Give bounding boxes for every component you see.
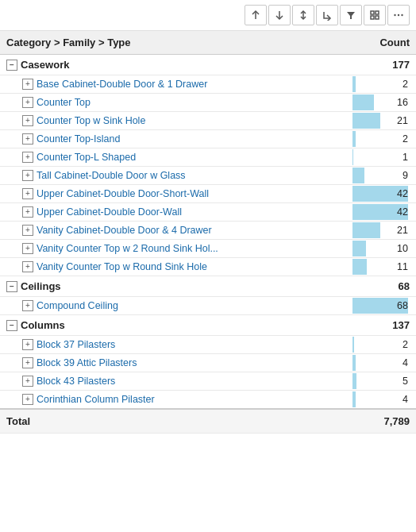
table-row[interactable]: + Tall Cabinet-Double Door w Glass 9	[0, 167, 416, 185]
table-row[interactable]: + Vanity Counter Top w 2 Round Sink Hol.…	[0, 240, 416, 258]
item-name: Counter Top w Sink Hole	[37, 115, 145, 126]
item-name: Counter Top	[37, 97, 91, 108]
expand-icon[interactable]: +	[22, 115, 33, 126]
svg-rect-3	[376, 11, 379, 14]
item-count: 4	[403, 357, 411, 368]
table-row[interactable]: + Vanity Counter Top w Round Sink Hole 1…	[0, 258, 416, 276]
item-count: 2	[403, 133, 411, 145]
app-container: Category > Family > Type Count − Casewor…	[0, 0, 416, 526]
expand-icon[interactable]: +	[22, 188, 33, 199]
count-column-header: Count	[352, 31, 416, 55]
expand-icon[interactable]: +	[22, 79, 33, 90]
table-row[interactable]: + Upper Cabinet-Double Door-Short-Wall 4…	[0, 185, 416, 203]
category-name: Columns	[21, 319, 65, 331]
item-count-cell: 21	[352, 112, 416, 130]
category-row[interactable]: − Ceilings 68	[0, 276, 416, 297]
expand-icon[interactable]: +	[22, 376, 33, 387]
item-count: 2	[403, 339, 411, 350]
item-name: Block 39 Attic Pilasters	[37, 357, 137, 368]
item-count: 10	[397, 243, 411, 254]
collapse-icon[interactable]: −	[6, 60, 17, 71]
category-count: 68	[352, 276, 416, 297]
item-count-cell: 2	[352, 130, 416, 148]
expand-icon[interactable]: +	[22, 170, 33, 181]
total-row: Total 7,789	[0, 409, 416, 434]
expand-icon[interactable]: +	[22, 300, 33, 311]
item-name: Vanity Counter Top w 2 Round Sink Hol...	[37, 243, 218, 254]
sort-indent-button[interactable]	[316, 5, 338, 25]
view-toggle-button[interactable]	[364, 5, 386, 25]
item-count-cell: 68	[352, 297, 416, 315]
item-name: Counter Top-Island	[37, 133, 120, 145]
svg-point-8	[401, 14, 403, 16]
svg-marker-1	[347, 12, 355, 19]
item-name: Compound Ceiling	[37, 300, 118, 311]
item-count-cell: 4	[352, 391, 416, 410]
item-count-cell: 10	[352, 240, 416, 258]
collapse-icon[interactable]: −	[6, 281, 17, 292]
more-options-button[interactable]	[387, 5, 410, 25]
svg-rect-4	[371, 16, 374, 19]
item-name: Counter Top-L Shaped	[37, 152, 136, 163]
item-count: 4	[403, 394, 411, 405]
expand-icon[interactable]: +	[22, 206, 33, 218]
item-count: 21	[397, 115, 411, 126]
table-row[interactable]: + Block 39 Attic Pilasters 4	[0, 354, 416, 372]
item-count-cell: 42	[352, 185, 416, 203]
item-name: Tall Cabinet-Double Door w Glass	[37, 170, 186, 181]
data-table-container: Category > Family > Type Count − Casewor…	[0, 31, 416, 526]
sort-descending-button[interactable]	[268, 5, 291, 25]
expand-icon[interactable]: +	[22, 357, 33, 368]
item-count: 68	[397, 300, 411, 311]
item-count: 42	[397, 188, 411, 199]
item-name: Vanity Cabinet-Double Door & 4 Drawer	[37, 225, 212, 236]
expand-icon[interactable]: +	[22, 394, 33, 405]
category-count: 137	[352, 315, 416, 336]
category-count: 177	[352, 55, 416, 75]
category-row[interactable]: − Columns 137	[0, 315, 416, 336]
table-row[interactable]: + Counter Top 16	[0, 94, 416, 112]
table-row[interactable]: + Base Cabinet-Double Door & 1 Drawer 2	[0, 75, 416, 94]
table-row[interactable]: + Counter Top-Island 2	[0, 130, 416, 148]
svg-rect-5	[376, 16, 379, 19]
item-count-cell: 9	[352, 167, 416, 185]
item-count: 16	[397, 97, 411, 108]
item-count: 1	[403, 152, 411, 163]
item-name: Vanity Counter Top w Round Sink Hole	[37, 261, 207, 272]
item-count: 11	[397, 261, 411, 272]
sort-both-button[interactable]	[292, 5, 314, 25]
collapse-icon[interactable]: −	[6, 320, 17, 331]
expand-icon[interactable]: +	[22, 97, 33, 108]
item-count: 9	[403, 170, 411, 181]
item-name: Upper Cabinet-Double Door-Short-Wall	[37, 188, 209, 199]
table-row[interactable]: + Counter Top-L Shaped 1	[0, 148, 416, 167]
toolbar	[0, 0, 416, 31]
table-row[interactable]: + Upper Cabinet-Double Door-Wall 42	[0, 203, 416, 222]
table-row[interactable]: + Block 37 Pilasters 2	[0, 336, 416, 354]
table-row[interactable]: + Corinthian Column Pilaster 4	[0, 391, 416, 410]
category-column-header: Category > Family > Type	[0, 31, 352, 55]
category-row[interactable]: − Casework 177	[0, 55, 416, 75]
expand-icon[interactable]: +	[22, 225, 33, 236]
table-row[interactable]: + Counter Top w Sink Hole 21	[0, 112, 416, 130]
sort-ascending-button[interactable]	[245, 5, 267, 25]
expand-icon[interactable]: +	[22, 243, 33, 254]
category-name: Ceilings	[21, 280, 61, 292]
expand-icon[interactable]: +	[22, 152, 33, 163]
table-row[interactable]: + Compound Ceiling 68	[0, 297, 416, 315]
expand-icon[interactable]: +	[22, 339, 33, 350]
category-name: Casework	[21, 59, 69, 71]
filter-button[interactable]	[340, 5, 362, 25]
table-row[interactable]: + Vanity Cabinet-Double Door & 4 Drawer …	[0, 222, 416, 240]
item-count-cell: 4	[352, 354, 416, 372]
item-count-cell: 16	[352, 94, 416, 112]
item-count: 5	[403, 376, 411, 387]
table-header-row: Category > Family > Type Count	[0, 31, 416, 55]
item-name: Corinthian Column Pilaster	[37, 394, 155, 405]
table-row[interactable]: + Block 43 Pilasters 5	[0, 372, 416, 391]
expand-icon[interactable]: +	[22, 261, 33, 272]
item-count-cell: 11	[352, 258, 416, 276]
item-name: Base Cabinet-Double Door & 1 Drawer	[37, 79, 207, 90]
expand-icon[interactable]: +	[22, 133, 33, 145]
item-count: 2	[403, 79, 411, 90]
